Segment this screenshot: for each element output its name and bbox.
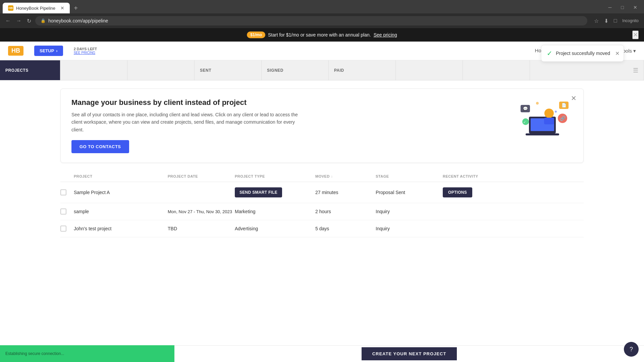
table-row: Sample Project A SEND SMART FILE 27 minu… [60, 182, 584, 203]
pipeline-col-label-signed: SIGNED [267, 68, 283, 73]
close-window-button[interactable]: ✕ [629, 3, 641, 12]
toast-message: Project succesfully moved [556, 51, 610, 56]
banner-close-button[interactable]: ✕ [632, 31, 639, 39]
extensions-button[interactable]: □ [612, 16, 619, 25]
table-row: sample Mon, Nov 27 - Thu, Nov 30, 2023 M… [60, 203, 584, 220]
main-content: Manage your business by client instead o… [0, 80, 644, 362]
address-bar[interactable]: 🔒 honeybook.com/app/pipeline [35, 16, 587, 25]
pipeline-col-label-sent: SENT [200, 68, 211, 73]
archive-icon: ☰ [633, 67, 638, 74]
table-col-date: PROJECT DATE [168, 174, 235, 178]
pipeline-col-archive[interactable]: ☰ [617, 60, 644, 80]
url-text: honeybook.com/app/pipeline [48, 18, 108, 23]
new-tab-button[interactable]: + [71, 3, 80, 13]
row-3-type: Advertising [235, 226, 315, 231]
tab-close-button[interactable]: ✕ [60, 5, 64, 11]
table-col-activity: RECENT ACTIVITY [443, 174, 584, 178]
row-1-moved: 27 minutes [315, 190, 376, 195]
row-3-checkbox-cell [60, 226, 74, 232]
pipeline-col-1[interactable] [60, 60, 127, 80]
lock-icon: 🔒 [41, 18, 46, 23]
row-1-checkbox[interactable] [60, 189, 66, 195]
bottom-bar: Establishing secure connection... CREATE… [0, 345, 644, 362]
pipeline-header: PROJECTS SENT SIGNED PAID ☰ [0, 60, 644, 80]
success-toast: ✓ Project succesfully moved ✕ [541, 45, 624, 62]
row-1-options-button[interactable]: OPTIONS [443, 187, 472, 197]
download-button[interactable]: ⬇ [603, 16, 610, 25]
pipeline-col-signed[interactable]: SIGNED [262, 60, 329, 80]
success-icon: ✓ [547, 49, 552, 57]
pipeline-col-7[interactable] [463, 60, 530, 80]
table-col-stage: STAGE [376, 174, 443, 178]
top-nav: HB SETUP › 2 DAYS LEFT SEE PRICING Home … [0, 42, 644, 60]
row-1-checkbox-cell [60, 189, 74, 195]
create-next-project-button[interactable]: CREATE YOUR NEXT PROJECT [362, 347, 457, 360]
bookmark-button[interactable]: ☆ [593, 16, 600, 25]
pipeline-col-label-projects: PROJECTS [5, 68, 29, 73]
row-3-moved: 5 days [315, 226, 376, 231]
send-smart-file-button[interactable]: SEND SMART FILE [235, 187, 282, 197]
toast-close-button[interactable]: ✕ [615, 50, 620, 57]
row-2-date: Mon, Nov 27 - Thu, Nov 30, 2023 [168, 209, 235, 214]
svg-text:📄: 📄 [561, 103, 567, 108]
table-col-type: PROJECT TYPE [235, 174, 315, 178]
row-2-stage: Inquiry [376, 209, 443, 214]
connection-status-bar: Establishing secure connection... [0, 345, 174, 362]
info-banner-description: See all of your contacts in one place, i… [71, 111, 306, 133]
tools-arrow-icon: ▾ [633, 48, 636, 54]
projects-table: PROJECT PROJECT DATE PROJECT TYPE MOVED … [60, 171, 584, 237]
info-banner-illustration: 💬 📄 🔗 ✓ [519, 98, 573, 138]
row-2-checkbox[interactable] [60, 208, 66, 215]
svg-rect-2 [526, 133, 559, 135]
svg-text:🔗: 🔗 [560, 116, 566, 121]
reload-button[interactable]: ↻ [25, 16, 33, 25]
promo-badge: $1/mo [247, 32, 265, 38]
svg-point-13 [536, 102, 539, 105]
row-3-name[interactable]: John's test project [74, 226, 168, 231]
info-banner-close-button[interactable]: ✕ [571, 94, 577, 102]
table-col-moved[interactable]: MOVED ↕ [315, 174, 376, 178]
row-3-stage: Inquiry [376, 226, 443, 231]
profile-button[interactable]: Incognito [621, 16, 640, 25]
pipeline-col-6[interactable] [396, 60, 463, 80]
table-col-checkbox [60, 174, 74, 178]
tab-title: HoneyBook Pipeline [16, 6, 55, 11]
row-1-name[interactable]: Sample Project A [74, 190, 168, 195]
row-3-checkbox[interactable] [60, 226, 66, 232]
nav-see-pricing-link[interactable]: SEE PRICING [74, 51, 97, 55]
row-2-moved: 2 hours [315, 209, 376, 214]
days-left-label: 2 DAYS LEFT [74, 47, 97, 51]
table-col-project: PROJECT [74, 174, 168, 178]
row-2-name[interactable]: sample [74, 209, 168, 214]
minimize-button[interactable]: ─ [604, 3, 616, 12]
see-pricing-link[interactable]: See pricing [374, 32, 397, 38]
sort-icon: ↕ [331, 175, 333, 178]
setup-button[interactable]: SETUP › [34, 46, 63, 56]
pipeline-col-sent[interactable]: SENT [195, 60, 262, 80]
go-to-contacts-button[interactable]: GO TO CONTACTS [71, 140, 129, 153]
browser-tab[interactable]: HB HoneyBook Pipeline ✕ [3, 3, 70, 13]
row-1-activity: OPTIONS [443, 187, 584, 197]
info-banner-title: Manage your business by client instead o… [71, 98, 511, 107]
pipeline-col-paid[interactable]: PAID [329, 60, 396, 80]
row-3-date: TBD [168, 226, 235, 231]
row-1-stage: Proposal Sent [376, 190, 443, 195]
table-row: John's test project TBD Advertising 5 da… [60, 220, 584, 237]
pipeline-col-2[interactable] [127, 60, 195, 80]
svg-point-14 [555, 111, 557, 113]
forward-button[interactable]: → [15, 16, 23, 25]
help-button[interactable]: ? [624, 342, 639, 357]
promo-banner: $1/mo Start for $1/mo or save more with … [0, 28, 644, 42]
logo: HB [8, 46, 23, 56]
row-1-type: SEND SMART FILE [235, 187, 315, 197]
pipeline-col-projects[interactable]: PROJECTS [0, 60, 60, 80]
maximize-button[interactable]: □ [617, 3, 628, 12]
svg-point-3 [544, 109, 554, 118]
back-button[interactable]: ← [4, 16, 12, 25]
row-2-checkbox-cell [60, 208, 74, 215]
svg-text:💬: 💬 [523, 106, 528, 111]
bottom-center: CREATE YOUR NEXT PROJECT [174, 345, 644, 362]
pipeline-col-label-paid: PAID [334, 68, 344, 73]
connection-status-text: Establishing secure connection... [5, 351, 64, 356]
svg-text:✓: ✓ [523, 120, 526, 124]
